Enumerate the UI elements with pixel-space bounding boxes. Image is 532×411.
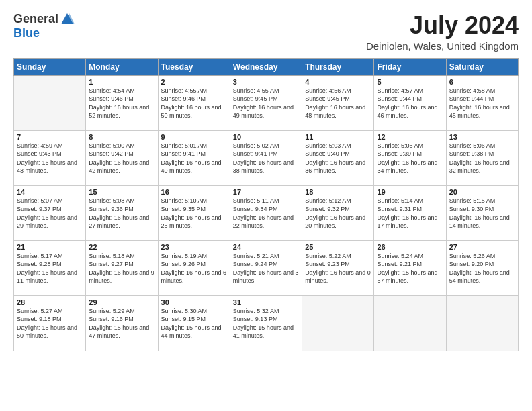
daylight-text: Daylight: 16 hours and 38 minutes. <box>233 159 294 175</box>
day-number: 14 <box>17 188 83 196</box>
table-row: 26Sunrise: 5:24 AMSunset: 9:21 PMDayligh… <box>374 240 446 295</box>
day-number: 1 <box>89 78 154 86</box>
day-info: Sunrise: 5:01 AMSunset: 9:41 PMDaylight:… <box>161 142 227 175</box>
table-row: 22Sunrise: 5:18 AMSunset: 9:27 PMDayligh… <box>86 240 158 295</box>
day-info: Sunrise: 4:55 AMSunset: 9:46 PMDaylight:… <box>161 87 227 120</box>
sunrise-text: Sunrise: 5:32 AM <box>233 308 279 314</box>
daylight-text: Daylight: 16 hours and 9 minutes. <box>89 269 154 285</box>
calendar-week-row: 1Sunrise: 4:54 AMSunset: 9:46 PMDaylight… <box>14 75 519 130</box>
daylight-text: Daylight: 16 hours and 52 minutes. <box>89 104 149 120</box>
sunrise-text: Sunrise: 5:11 AM <box>233 197 279 204</box>
day-info: Sunrise: 4:59 AMSunset: 9:43 PMDaylight:… <box>17 142 83 175</box>
table-row: 13Sunrise: 5:06 AMSunset: 9:38 PMDayligh… <box>446 130 518 185</box>
day-info: Sunrise: 5:00 AMSunset: 9:42 PMDaylight:… <box>89 142 154 175</box>
day-info: Sunrise: 5:05 AMSunset: 9:39 PMDaylight:… <box>377 142 443 175</box>
sunset-text: Sunset: 9:41 PM <box>161 150 206 157</box>
day-info: Sunrise: 5:22 AMSunset: 9:23 PMDaylight:… <box>305 252 371 285</box>
sunset-text: Sunset: 9:36 PM <box>89 205 134 212</box>
day-number: 10 <box>233 133 299 141</box>
day-info: Sunrise: 5:32 AMSunset: 9:13 PMDaylight:… <box>233 307 299 340</box>
sunset-text: Sunset: 9:16 PM <box>89 316 134 322</box>
day-info: Sunrise: 5:06 AMSunset: 9:38 PMDaylight:… <box>449 142 515 175</box>
daylight-text: Daylight: 16 hours and 17 minutes. <box>377 214 437 230</box>
day-info: Sunrise: 4:54 AMSunset: 9:46 PMDaylight:… <box>89 87 154 120</box>
sunrise-text: Sunrise: 5:22 AM <box>305 253 351 259</box>
day-number: 24 <box>233 243 299 251</box>
daylight-text: Daylight: 16 hours and 6 minutes. <box>161 269 227 285</box>
table-row: 25Sunrise: 5:22 AMSunset: 9:23 PMDayligh… <box>302 240 374 295</box>
day-info: Sunrise: 4:55 AMSunset: 9:45 PMDaylight:… <box>233 87 299 120</box>
day-info: Sunrise: 5:15 AMSunset: 9:30 PMDaylight:… <box>449 197 515 230</box>
daylight-text: Daylight: 16 hours and 11 minutes. <box>17 269 77 285</box>
day-info: Sunrise: 5:07 AMSunset: 9:37 PMDaylight:… <box>17 197 83 230</box>
table-row: 12Sunrise: 5:05 AMSunset: 9:39 PMDayligh… <box>374 130 446 185</box>
table-row: 18Sunrise: 5:12 AMSunset: 9:32 PMDayligh… <box>302 185 374 240</box>
sunset-text: Sunset: 9:44 PM <box>449 95 494 102</box>
day-info: Sunrise: 5:19 AMSunset: 9:26 PMDaylight:… <box>161 252 227 285</box>
daylight-text: Daylight: 15 hours and 57 minutes. <box>377 269 437 285</box>
day-info: Sunrise: 5:02 AMSunset: 9:41 PMDaylight:… <box>233 142 299 175</box>
sunset-text: Sunset: 9:28 PM <box>17 261 62 267</box>
sunrise-text: Sunrise: 5:29 AM <box>89 308 135 314</box>
table-row: 16Sunrise: 5:10 AMSunset: 9:35 PMDayligh… <box>158 185 230 240</box>
day-number: 29 <box>89 298 154 306</box>
sunrise-text: Sunrise: 5:24 AM <box>377 253 423 259</box>
sunset-text: Sunset: 9:13 PM <box>233 316 278 322</box>
header-friday: Friday <box>374 58 446 75</box>
sunset-text: Sunset: 9:30 PM <box>449 205 494 212</box>
table-row: 17Sunrise: 5:11 AMSunset: 9:34 PMDayligh… <box>230 185 302 240</box>
daylight-text: Daylight: 16 hours and 29 minutes. <box>17 214 77 230</box>
day-number: 21 <box>17 243 83 251</box>
sunrise-text: Sunrise: 5:17 AM <box>17 253 63 259</box>
day-number: 7 <box>17 133 83 141</box>
daylight-text: Daylight: 16 hours and 36 minutes. <box>305 159 365 175</box>
table-row: 6Sunrise: 4:58 AMSunset: 9:44 PMDaylight… <box>446 75 518 130</box>
daylight-text: Daylight: 16 hours and 14 minutes. <box>449 214 510 230</box>
sunset-text: Sunset: 9:37 PM <box>17 205 62 212</box>
table-row: 27Sunrise: 5:26 AMSunset: 9:20 PMDayligh… <box>446 240 518 295</box>
day-number: 31 <box>233 298 299 306</box>
sunset-text: Sunset: 9:21 PM <box>377 261 422 267</box>
daylight-text: Daylight: 16 hours and 3 minutes. <box>233 269 299 285</box>
sunrise-text: Sunrise: 5:03 AM <box>305 142 351 149</box>
sunrise-text: Sunrise: 4:56 AM <box>305 87 351 94</box>
sunset-text: Sunset: 9:46 PM <box>89 95 134 102</box>
title-block: July 2024 Deiniolen, Wales, United Kingd… <box>366 12 519 52</box>
day-info: Sunrise: 5:27 AMSunset: 9:18 PMDaylight:… <box>17 307 83 340</box>
day-info: Sunrise: 5:30 AMSunset: 9:15 PMDaylight:… <box>161 307 227 340</box>
sunrise-text: Sunrise: 5:08 AM <box>89 197 135 204</box>
sunset-text: Sunset: 9:23 PM <box>305 261 350 267</box>
sunrise-text: Sunrise: 5:10 AM <box>161 197 208 204</box>
daylight-text: Daylight: 16 hours and 40 minutes. <box>161 159 222 175</box>
day-number: 25 <box>305 243 371 251</box>
daylight-text: Daylight: 16 hours and 42 minutes. <box>89 159 149 175</box>
daylight-text: Daylight: 15 hours and 44 minutes. <box>161 324 222 340</box>
table-row: 9Sunrise: 5:01 AMSunset: 9:41 PMDaylight… <box>158 130 230 185</box>
sunset-text: Sunset: 9:31 PM <box>377 205 422 212</box>
daylight-text: Daylight: 16 hours and 48 minutes. <box>305 104 365 120</box>
table-row: 11Sunrise: 5:03 AMSunset: 9:40 PMDayligh… <box>302 130 374 185</box>
table-row: 5Sunrise: 4:57 AMSunset: 9:44 PMDaylight… <box>374 75 446 130</box>
sunrise-text: Sunrise: 5:27 AM <box>17 308 63 314</box>
table-row: 31Sunrise: 5:32 AMSunset: 9:13 PMDayligh… <box>230 295 302 351</box>
sunrise-text: Sunrise: 5:15 AM <box>449 197 496 204</box>
calendar-week-row: 28Sunrise: 5:27 AMSunset: 9:18 PMDayligh… <box>14 295 519 351</box>
day-number: 22 <box>89 243 154 251</box>
sunrise-text: Sunrise: 5:26 AM <box>449 253 496 259</box>
sunrise-text: Sunrise: 5:30 AM <box>161 308 208 314</box>
daylight-text: Daylight: 16 hours and 22 minutes. <box>233 214 294 230</box>
header-wednesday: Wednesday <box>230 58 302 75</box>
calendar-week-row: 14Sunrise: 5:07 AMSunset: 9:37 PMDayligh… <box>14 185 519 240</box>
sunset-text: Sunset: 9:45 PM <box>233 95 278 102</box>
sunrise-text: Sunrise: 5:14 AM <box>377 197 423 204</box>
logo-general: General <box>13 13 58 26</box>
sunset-text: Sunset: 9:38 PM <box>449 150 494 157</box>
daylight-text: Daylight: 16 hours and 49 minutes. <box>233 104 294 120</box>
logo-blue: Blue <box>13 26 40 40</box>
table-row: 20Sunrise: 5:15 AMSunset: 9:30 PMDayligh… <box>446 185 518 240</box>
daylight-text: Daylight: 15 hours and 41 minutes. <box>233 324 294 340</box>
daylight-text: Daylight: 16 hours and 20 minutes. <box>305 214 365 230</box>
sunrise-text: Sunrise: 4:59 AM <box>17 142 63 149</box>
day-number: 20 <box>449 188 515 196</box>
calendar-week-row: 7Sunrise: 4:59 AMSunset: 9:43 PMDaylight… <box>14 130 519 185</box>
